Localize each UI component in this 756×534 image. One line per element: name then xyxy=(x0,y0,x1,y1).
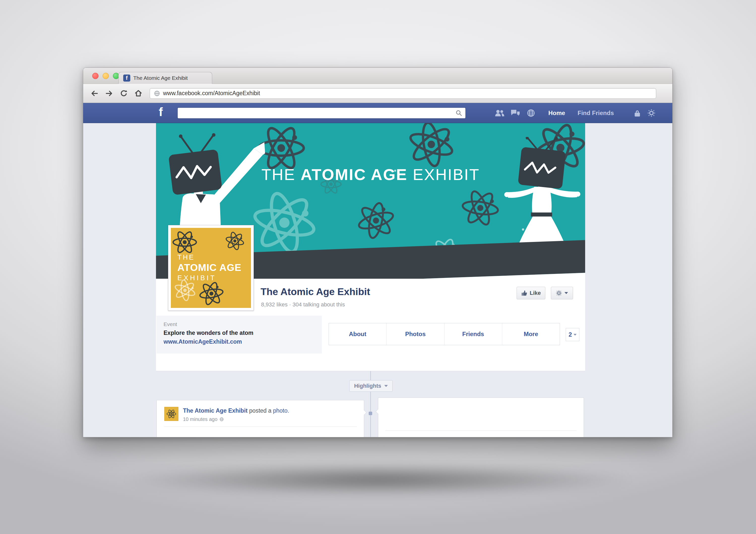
tab-title: The Atomic Age Exhibit xyxy=(133,75,188,81)
nav-home-link[interactable]: Home xyxy=(548,103,565,123)
caret-down-icon xyxy=(384,385,388,387)
url-text: www.facebook.com/AtomicAgeExhibit xyxy=(163,90,260,97)
profile-picture-text: THE ATOMIC AGE EXHIBIT xyxy=(177,254,241,282)
atom-icon xyxy=(172,230,197,255)
tab-friends[interactable]: Friends xyxy=(444,323,502,345)
post-author-link[interactable]: The Atomic Age Exhibit xyxy=(183,407,248,414)
post-action-text: posted a xyxy=(248,407,273,414)
page-title: The Atomic Age Exhibit xyxy=(260,286,370,297)
caret-down-icon xyxy=(564,292,568,294)
caret-down-icon xyxy=(574,334,577,336)
browser-window: f The Atomic Age Exhibit www.face xyxy=(83,67,673,437)
messages-icon xyxy=(511,109,520,117)
cover-title: THE ATOMIC AGE EXHIBIT xyxy=(156,165,585,184)
page-stats: 8,932 likes · 304 talking about this xyxy=(261,301,345,308)
atom-icon xyxy=(197,279,226,308)
profile-picture[interactable]: THE ATOMIC AGE EXHIBIT xyxy=(168,225,254,311)
reload-button[interactable] xyxy=(118,88,129,99)
about-box: Event Explore the wonders of the atom ww… xyxy=(156,316,322,353)
tab-photos[interactable]: Photos xyxy=(386,323,444,345)
facebook-header: f xyxy=(83,103,672,123)
facebook-page-content: THE ATOMIC AGE EXHIBIT The Atomic Age Ex… xyxy=(83,123,672,437)
page-tabs: About Photos Friends More xyxy=(329,323,560,345)
site-globe-icon xyxy=(154,90,160,96)
nav-find-friends-link[interactable]: Find Friends xyxy=(578,103,614,123)
browser-toolbar: www.facebook.com/AtomicAgeExhibit xyxy=(83,84,672,103)
about-category: Event xyxy=(164,321,315,327)
page-settings-button[interactable] xyxy=(551,287,573,299)
tv-head-man-illustration xyxy=(156,131,269,239)
messages-button[interactable] xyxy=(510,108,521,118)
post-timestamp[interactable]: 10 minutes ago xyxy=(183,417,224,422)
address-bar[interactable]: www.facebook.com/AtomicAgeExhibit xyxy=(150,88,656,99)
window-drop-shadow xyxy=(119,463,637,496)
thumbs-up-icon xyxy=(521,290,527,296)
window-controls xyxy=(92,73,119,79)
tab-more[interactable]: More xyxy=(502,323,560,345)
browser-tab[interactable]: f The Atomic Age Exhibit xyxy=(119,72,212,84)
post-divider xyxy=(164,426,357,427)
like-button[interactable]: Like xyxy=(517,287,545,299)
facebook-favicon: f xyxy=(123,75,130,82)
search-input[interactable] xyxy=(181,110,456,116)
friend-requests-icon xyxy=(495,109,504,117)
about-description: Explore the wonders of the atom xyxy=(164,330,315,336)
atom-icon xyxy=(167,409,176,419)
timeline-column: THE ATOMIC AGE EXHIBIT The Atomic Age Ex… xyxy=(156,123,585,437)
post-avatar[interactable] xyxy=(164,407,178,421)
post-arrow xyxy=(362,410,366,415)
post-header: The Atomic Age Exhibit posted a photo. xyxy=(183,407,289,414)
atom-icon xyxy=(223,229,246,253)
tabs-overflow-button[interactable]: 2 xyxy=(566,328,580,341)
search-icon xyxy=(456,110,462,116)
forward-button[interactable] xyxy=(103,88,115,99)
timeline-post xyxy=(378,397,584,437)
browser-titlebar[interactable]: f The Atomic Age Exhibit xyxy=(83,68,672,84)
notifications-globe-icon xyxy=(526,109,536,117)
profile-picture-art: THE ATOMIC AGE EXHIBIT xyxy=(171,228,251,308)
timeline-dot xyxy=(369,412,372,415)
back-button[interactable] xyxy=(89,88,100,99)
minimize-window-button[interactable] xyxy=(102,73,109,79)
highlights-label: Highlights xyxy=(354,383,381,389)
post-arrow xyxy=(375,409,380,414)
desktop-backdrop: f The Atomic Age Exhibit www.face xyxy=(0,0,756,534)
privacy-globe-icon xyxy=(220,417,224,421)
like-label: Like xyxy=(530,290,541,296)
gear-icon xyxy=(556,290,562,296)
highlights-dropdown[interactable]: Highlights xyxy=(349,380,392,392)
notifications-button[interactable] xyxy=(525,108,537,118)
website-link[interactable]: www.AtomicAgeExhibit.com xyxy=(164,338,242,345)
settings-gear-icon[interactable] xyxy=(647,109,656,117)
privacy-lock-icon[interactable] xyxy=(633,110,641,117)
post-photo-link[interactable]: photo. xyxy=(273,407,289,414)
facebook-logo[interactable]: f xyxy=(159,105,163,119)
close-window-button[interactable] xyxy=(92,73,98,79)
timeline-post: The Atomic Age Exhibit posted a photo. 1… xyxy=(156,400,364,437)
home-button[interactable] xyxy=(133,88,144,99)
tab-about[interactable]: About xyxy=(329,323,386,345)
search-box[interactable] xyxy=(177,108,466,118)
tabs-overflow-count: 2 xyxy=(569,331,572,338)
friend-requests-button[interactable] xyxy=(494,108,505,118)
